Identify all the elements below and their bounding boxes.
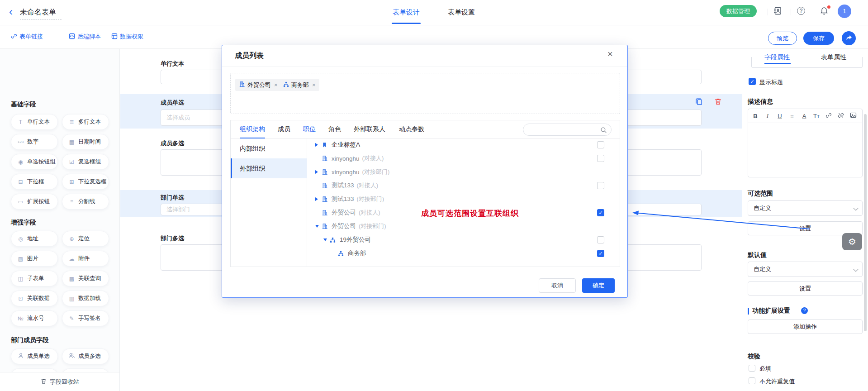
selected-tags-area[interactable]: 外贸公司 × 商务部 × [230,73,620,114]
field-pill-data-load[interactable]: ▥数据加载 [62,291,109,306]
field-pill-serial-number[interactable]: №流水号 [11,310,58,326]
optional-range-select[interactable]: 自定义 [748,200,863,216]
caret-right-icon[interactable] [315,143,322,147]
back-chevron-icon[interactable]: ‹ [9,5,13,18]
required-checkbox[interactable] [749,365,755,372]
tab-form-design[interactable]: 表单设计 [393,8,420,17]
panel-scrollbar[interactable] [864,114,867,331]
font-color-icon[interactable]: A [801,113,808,119]
tag-remove-icon[interactable]: × [312,81,316,88]
tree-checkbox[interactable] [597,155,604,162]
tree-checkbox[interactable] [597,236,604,243]
field-pill-image[interactable]: ▧图片 [11,251,58,267]
field-pill-subform[interactable]: ◫子表单 [11,271,58,286]
search-input[interactable] [529,125,599,134]
tree-checkbox[interactable] [597,182,604,189]
tag-department[interactable]: 商务部 × [280,79,319,91]
title-input-partial[interactable] [751,57,863,68]
tag-company[interactable]: 外贸公司 × [235,79,281,91]
cancel-button[interactable]: 取消 [539,278,576,293]
save-button[interactable]: 保存 [803,32,834,45]
caret-down-icon[interactable] [323,238,330,241]
default-value-select[interactable]: 自定义 [748,262,863,277]
tree-row[interactable]: 商务部✓ [307,247,621,260]
field-pill-datetime[interactable]: ▦日期时间 [62,134,109,150]
notification-dot [827,5,830,9]
picker-tab-6[interactable]: 动态参数 [399,125,424,134]
picker-tab-1[interactable]: 组织架构 [240,125,265,134]
caret-right-icon[interactable] [315,197,322,201]
show-title-checkbox[interactable]: ✓ [749,78,756,85]
tree-row[interactable]: 企业标签A [307,138,621,151]
field-pill-number[interactable]: 123数字 [11,134,58,150]
field-pill-multi-line-text[interactable]: ≣多行文本 [62,114,109,130]
field-pill-address[interactable]: ◎地址 [11,231,58,247]
bold-icon[interactable]: B [752,113,759,119]
tree-checkbox[interactable] [597,141,604,148]
copy-field-icon[interactable] [695,97,704,106]
align-icon[interactable]: ≡ [788,113,796,119]
field-pill-member-single[interactable]: 成员单选 [11,348,58,364]
field-pill-location[interactable]: ⊕定位 [62,231,109,247]
field-pill-divider[interactable]: ≡分割线 [62,194,109,210]
add-action-button[interactable]: 添加操作 [748,319,863,334]
description-editor[interactable]: BIU≡ATт [748,109,863,177]
image-icon[interactable] [849,112,857,120]
data-manage-button[interactable]: 数据管理 [720,5,757,17]
font-size-icon[interactable]: Tт [813,113,820,119]
picker-tab-3[interactable]: 职位 [303,125,316,134]
field-pill-select[interactable]: ⊟下拉框 [11,174,58,190]
number-icon: 123 [17,140,24,144]
picker-tab-2[interactable]: 成员 [278,125,290,134]
picker-search-box[interactable] [523,124,612,136]
close-icon[interactable]: × [607,49,613,59]
org-type-external[interactable]: 外部组织 [231,158,307,178]
field-pill-related-data[interactable]: ⊡关联数据 [11,291,58,306]
picker-tab-5[interactable]: 外部联系人 [354,125,385,134]
caret-down-icon[interactable] [315,225,322,228]
tree-row[interactable]: 测试133(对接部门) [307,193,621,205]
caret-right-icon[interactable] [315,170,322,174]
preview-button[interactable]: 预览 [768,32,797,45]
italic-icon[interactable]: I [764,112,771,119]
tree-row[interactable]: xinyonghu(对接部门) [307,166,621,178]
field-pill-radio-group[interactable]: ◉单选按钮组 [11,154,58,170]
tree-row[interactable]: 测试133(对接人) [307,179,621,192]
tree-checkbox[interactable]: ✓ [597,250,604,257]
org-type-internal[interactable]: 内部组织 [231,138,307,158]
extension-help-icon[interactable]: ? [801,307,808,314]
tree-row[interactable]: xinyonghu(对接人) [307,152,621,165]
field-pill-signature[interactable]: ✎手写签名 [62,310,109,326]
unlink-icon[interactable] [837,112,844,120]
share-button[interactable] [842,31,856,45]
field-pill-extend-button[interactable]: ▭扩展按钮 [11,194,58,210]
field-pill-multi-select[interactable]: ⊞下拉复选框 [62,174,109,190]
backend-script-action[interactable]: 后端脚本 [69,33,101,41]
user-avatar[interactable]: 1 [838,5,851,18]
form-link-action[interactable]: 表单链接 [11,33,43,41]
confirm-button[interactable]: 确定 [582,278,615,293]
picker-tab-4[interactable]: 角色 [328,125,341,134]
underline-icon[interactable]: U [776,113,783,119]
field-pill-checkbox-group[interactable]: ☑复选框组 [62,154,109,170]
field-pill-lookup[interactable]: ▩关联查询 [62,271,109,286]
default-value-set-button[interactable]: 设置 [748,281,863,296]
form-title[interactable]: 未命名表单 [20,8,56,17]
delete-field-icon[interactable] [714,97,723,106]
tree-row[interactable]: 外贸公司(对接部门) [307,220,621,233]
link-icon[interactable] [825,112,832,120]
address-book-icon[interactable] [773,6,783,16]
field-pill-label: 分割线 [78,198,95,205]
tag-remove-icon[interactable]: × [274,81,278,88]
no-duplicate-checkbox[interactable] [749,377,755,384]
tree-row[interactable]: 19外贸公司 [307,234,621,246]
help-icon[interactable]: ? [796,6,806,16]
data-permission-action[interactable]: 数据权限 [111,33,143,41]
field-pill-attachment[interactable]: ☁附件 [62,251,109,267]
tab-form-settings[interactable]: 表单设置 [448,8,475,17]
theme-settings-gear-button[interactable]: ⚙ [842,233,862,250]
field-pill-member-multi[interactable]: 成员多选 [62,348,109,364]
field-pill-single-line-text[interactable]: T单行文本 [11,114,58,130]
field-recycle-bin[interactable]: 字段回收站 [0,372,119,391]
tree-checkbox[interactable]: ✓ [597,209,604,216]
